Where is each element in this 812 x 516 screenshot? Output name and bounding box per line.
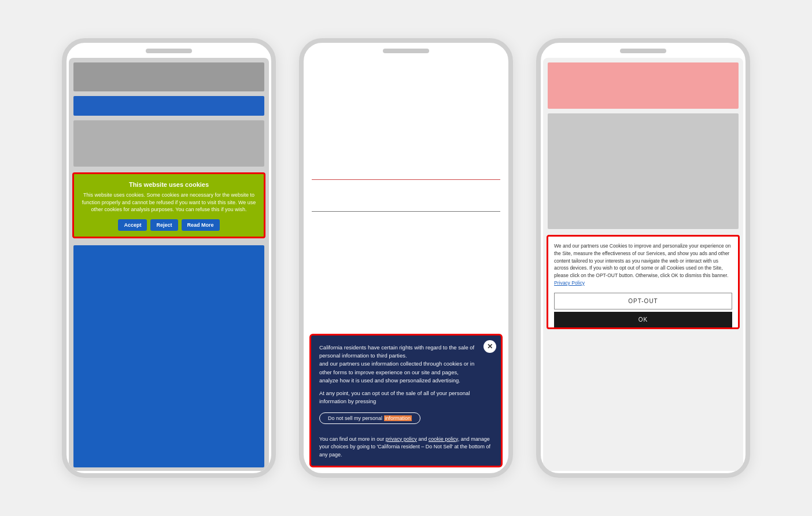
phone-1-notch [146, 49, 192, 53]
cookie-banner-3: We and our partners use Cookies to impro… [547, 235, 740, 329]
ok-button[interactable]: OK [554, 312, 732, 327]
cookie-banner-2-text2: At any point, you can opt out of the sal… [319, 389, 493, 406]
cookie-banner-1-title: This website uses cookies [81, 181, 257, 188]
phone1-block4 [73, 245, 264, 467]
phone2-line1 [312, 179, 500, 180]
cookie-banner-2-text1: California residents have certain rights… [319, 344, 493, 385]
phone-3-screen: We and our partners use Cookies to impro… [543, 58, 743, 471]
phone-3-notch [620, 49, 666, 53]
phones-container: This website uses cookies This website u… [39, 15, 773, 501]
cookie-policy-link[interactable]: cookie policy [429, 436, 458, 442]
phone2-white-area [306, 58, 506, 334]
phone1-block2 [73, 96, 264, 116]
phone1-block3 [73, 120, 264, 167]
reject-button[interactable]: Reject [150, 219, 178, 231]
phone2-line2 [312, 211, 500, 212]
phone3-block1 [548, 62, 739, 109]
phone-2: ✕ California residents have certain righ… [299, 38, 513, 478]
accept-button[interactable]: Accept [118, 219, 147, 231]
cookie-banner-1-text: This website uses cookies. Some cookies … [81, 191, 257, 213]
phone-1: This website uses cookies This website u… [62, 38, 276, 478]
phone-1-screen: This website uses cookies This website u… [69, 58, 269, 471]
phone-2-notch [383, 49, 429, 53]
cookie-banner-1: This website uses cookies This website u… [72, 172, 265, 238]
phone1-block1 [73, 62, 264, 91]
phone3-block2 [548, 113, 739, 229]
cookie-banner-1-buttons: Accept Reject Read More [81, 219, 257, 231]
privacy-policy-link[interactable]: privacy policy [386, 436, 417, 442]
cookie-banner-2: ✕ California residents have certain righ… [309, 334, 503, 467]
highlight-information: information [384, 415, 412, 421]
opt-out-button[interactable]: OPT-OUT [554, 293, 732, 309]
close-button[interactable]: ✕ [483, 340, 496, 353]
phone-3: We and our partners use Cookies to impro… [536, 38, 750, 478]
do-not-sell-button[interactable]: Do not sell my personal information [319, 412, 420, 424]
cookie-banner-2-footer: You can find out more in our privacy pol… [319, 436, 493, 459]
phone-2-screen: ✕ California residents have certain righ… [306, 58, 506, 471]
cookie-banner-3-text: We and our partners use Cookies to impro… [554, 242, 732, 287]
read-more-button[interactable]: Read More [182, 219, 220, 231]
privacy-policy-link-3[interactable]: Privacy Policy [554, 280, 585, 286]
